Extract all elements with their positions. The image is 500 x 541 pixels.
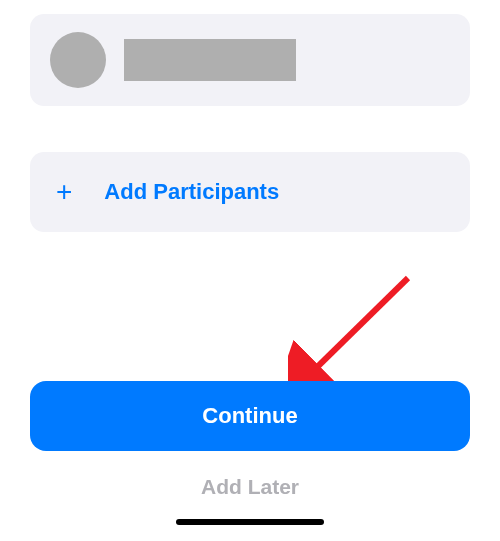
add-later-button[interactable]: Add Later — [30, 451, 470, 519]
add-participants-button[interactable]: + Add Participants — [30, 152, 470, 232]
continue-button[interactable]: Continue — [30, 381, 470, 451]
avatar — [50, 32, 106, 88]
content-area: + Add Participants — [0, 0, 500, 232]
plus-icon: + — [56, 178, 72, 206]
svg-line-1 — [306, 278, 408, 378]
home-indicator — [176, 519, 324, 525]
bottom-actions: Continue Add Later — [0, 381, 500, 541]
participant-row[interactable] — [30, 14, 470, 106]
add-participants-label: Add Participants — [104, 179, 279, 205]
participant-name-redacted — [124, 39, 296, 81]
